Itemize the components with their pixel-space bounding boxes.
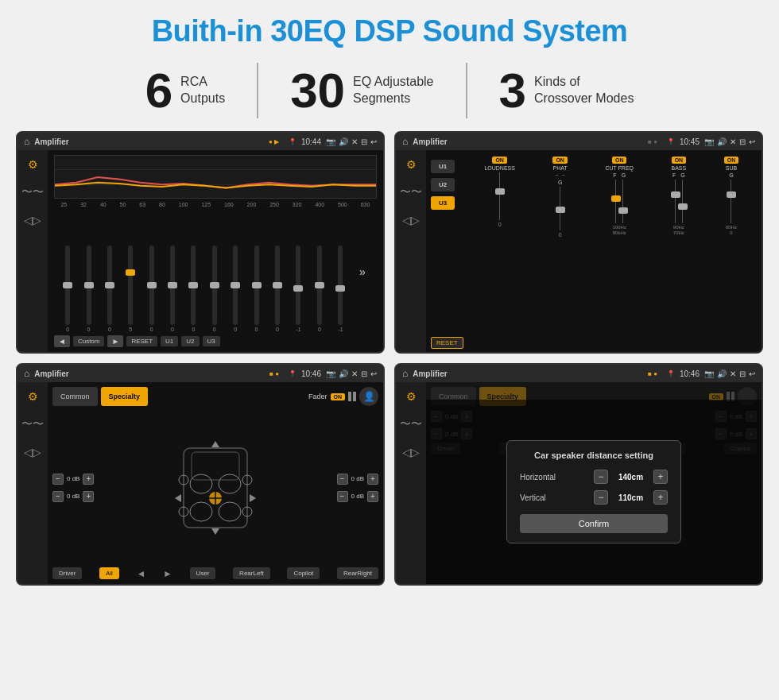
screens-grid: ⌂ Amplifier ● ▶ 📍 10:44 📷 🔊 ✕ ⊟ ↩ ⚙ 〜〜 ◁… xyxy=(16,131,763,586)
fader-gps-icon: 📍 xyxy=(289,370,296,377)
eq-u2-button[interactable]: U2 xyxy=(181,336,199,346)
crossover-sidebar-speaker-icon[interactable]: ◁▷ xyxy=(402,214,420,226)
fader-sidebar-speaker-icon[interactable]: ◁▷ xyxy=(24,446,41,458)
distance-sidebar-speaker-icon[interactable]: ◁▷ xyxy=(402,446,420,458)
vertical-minus-button[interactable]: − xyxy=(594,490,608,505)
close-icon: ✕ xyxy=(351,137,358,146)
eq-slider-4[interactable]: 5 xyxy=(128,246,133,332)
fader-time: 10:46 xyxy=(301,369,321,378)
svg-marker-18 xyxy=(211,528,219,535)
rearleft-button[interactable]: RearLeft xyxy=(233,567,270,579)
loudness-slider[interactable] xyxy=(499,172,500,220)
vol-minus-1[interactable]: − xyxy=(52,474,64,485)
eq-slider-1[interactable]: 0 xyxy=(65,246,70,332)
crossover-gps-icon: 📍 xyxy=(667,138,675,145)
eq-reset-button[interactable]: RESET xyxy=(126,336,157,346)
eq-gps-icon: 📍 xyxy=(289,138,296,145)
eq-more-icon[interactable]: » xyxy=(359,265,366,278)
copilot-button[interactable]: Copilot xyxy=(287,567,320,579)
vol-plus-2[interactable]: + xyxy=(83,491,94,502)
eq-slider-3[interactable]: 0 xyxy=(107,246,112,332)
crossover-sidebar-filter-icon[interactable]: ⚙ xyxy=(406,158,417,171)
eq-slider-5[interactable]: 0 xyxy=(149,246,154,332)
fader-sidebar-filter-icon[interactable]: ⚙ xyxy=(28,390,38,403)
crossover-reset-button[interactable]: RESET xyxy=(431,337,463,349)
crossover-sidebar-wave-icon[interactable]: 〜〜 xyxy=(400,185,422,199)
vertical-plus-button[interactable]: + xyxy=(653,490,668,505)
svg-point-8 xyxy=(190,502,212,521)
crossover-main-content: U1 U2 U3 RESET ON LOUDNESS xyxy=(426,150,762,352)
vol-plus-4[interactable]: + xyxy=(367,491,378,502)
horizontal-plus-button[interactable]: + xyxy=(653,470,668,484)
user-button[interactable]: User xyxy=(190,567,216,579)
fader-screen: ⌂ Amplifier ■ ● 📍 10:46 📷 🔊 ✕ ⊟ ↩ ⚙ 〜〜 ◁… xyxy=(16,363,385,586)
car-diagram-svg xyxy=(168,436,263,540)
vol-val-1: 0 dB xyxy=(67,475,79,482)
fader-tab-common[interactable]: Common xyxy=(52,387,98,406)
fader-back-icon: ↩ xyxy=(370,369,377,378)
eq-slider-2[interactable]: 0 xyxy=(87,246,91,332)
cutfreq-on-badge: ON xyxy=(612,157,627,164)
vol-minus-4[interactable]: − xyxy=(337,491,348,502)
cutfreq-labels: F G xyxy=(613,172,626,178)
preset-u2-button[interactable]: U2 xyxy=(431,178,455,191)
eq-slider-10[interactable]: 0 xyxy=(254,246,259,332)
fader-bottom-bar: Driver All ◄ ► User RearLeft Copilot Rea… xyxy=(52,567,378,579)
phat-val: 0 xyxy=(559,232,562,238)
eq-slider-7[interactable]: 0 xyxy=(191,246,196,332)
eq-slider-6[interactable]: 0 xyxy=(170,246,175,332)
fader-settings-icon[interactable]: 👤 xyxy=(359,387,378,406)
vol-plus-3[interactable]: + xyxy=(367,474,378,485)
fader-tab-specialty[interactable]: Specialty xyxy=(101,387,149,406)
vol-minus-2[interactable]: − xyxy=(52,491,64,502)
vol-minus-3[interactable]: − xyxy=(337,474,348,485)
eq-slider-11[interactable]: 0 xyxy=(275,246,280,332)
distance-dialog-overlay: Car speaker distance setting Horizontal … xyxy=(426,400,762,584)
bass-on-badge: ON xyxy=(672,157,687,164)
eq-sidebar-wave-icon[interactable]: 〜〜 xyxy=(21,185,44,199)
distance-dot: ■ ● xyxy=(648,370,657,377)
eq-sidebar-speaker-icon[interactable]: ◁▷ xyxy=(24,214,41,226)
bass-slider-f[interactable] xyxy=(675,180,676,223)
driver-button[interactable]: Driver xyxy=(52,567,82,579)
crossover-volume-icon: 🔊 xyxy=(717,137,727,146)
horizontal-label: Horizontal xyxy=(520,473,568,481)
rearright-button[interactable]: RearRight xyxy=(337,567,378,579)
fader-header-icons: 📷 🔊 ✕ ⊟ ↩ xyxy=(326,369,377,378)
bass-freq-labels: 90Hz 70Hz xyxy=(673,225,684,235)
eq-slider-9[interactable]: 0 xyxy=(233,246,238,332)
cutfreq-slider-f[interactable] xyxy=(615,180,616,223)
distance-sidebar-filter-icon[interactable]: ⚙ xyxy=(406,390,417,403)
cutfreq-label: CUT FREQ xyxy=(605,165,634,171)
bass-slider-g[interactable] xyxy=(682,180,683,223)
fader-header-right: Fader ON 👤 xyxy=(308,387,378,406)
preset-u1-button[interactable]: U1 xyxy=(431,160,455,173)
phat-slider[interactable] xyxy=(560,187,560,230)
eq-slider-8[interactable]: 0 xyxy=(212,246,217,332)
distance-sidebar-wave-icon[interactable]: 〜〜 xyxy=(400,417,422,431)
fader-sidebar-wave-icon[interactable]: 〜〜 xyxy=(21,417,44,431)
horizontal-minus-button[interactable]: − xyxy=(594,470,608,484)
eq-slider-12[interactable]: -1 xyxy=(296,246,300,332)
sub-slider[interactable] xyxy=(731,180,731,223)
vol-plus-1[interactable]: + xyxy=(83,474,94,485)
loudness-label: LOUDNESS xyxy=(484,165,515,171)
eq-u1-button[interactable]: U1 xyxy=(161,336,178,346)
confirm-button[interactable]: Confirm xyxy=(520,514,668,533)
crossover-on-badges: ON LOUDNESS 0 ON PHAT xyxy=(468,157,755,238)
eq-u3-button[interactable]: U3 xyxy=(203,336,220,346)
fader-settings-symbol: 👤 xyxy=(363,391,375,402)
crossover-screen-header: ⌂ Amplifier ■ ● 📍 10:45 📷 🔊 ✕ ⊟ ↩ xyxy=(396,133,762,150)
eq-next-button[interactable]: ► xyxy=(107,335,123,347)
preset-u3-button[interactable]: U3 xyxy=(431,196,455,210)
eq-prev-button[interactable]: ◄ xyxy=(54,335,70,347)
eq-slider-14[interactable]: -1 xyxy=(338,246,343,332)
cutfreq-slider-g[interactable] xyxy=(622,180,623,223)
eq-slider-13[interactable]: 0 xyxy=(317,246,322,332)
eq-sidebar-filter-icon[interactable]: ⚙ xyxy=(28,158,38,171)
all-button[interactable]: All xyxy=(99,567,119,579)
eq-custom-button[interactable]: Custom xyxy=(73,336,105,346)
vertical-stepper: − 110cm + xyxy=(594,490,668,505)
crossover-header-icons: 📷 🔊 ✕ ⊟ ↩ xyxy=(704,137,755,146)
svg-rect-5 xyxy=(192,452,239,480)
